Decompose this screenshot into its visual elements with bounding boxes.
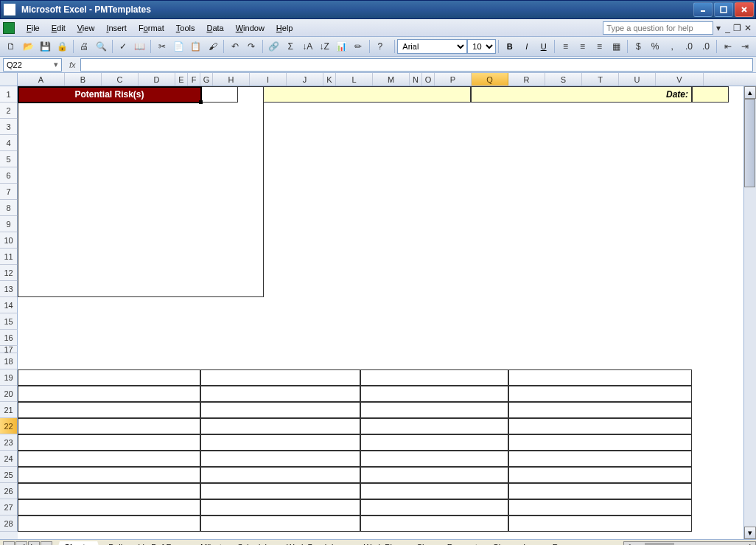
menu-file[interactable]: File	[21, 21, 46, 35]
table-cell[interactable]	[18, 402, 200, 418]
column-header-A[interactable]: A	[18, 73, 65, 86]
sheet-tab-milestone-schedule[interactable]: Milestone Schedule	[192, 541, 279, 545]
table-cell[interactable]	[18, 434, 200, 451]
save-button[interactable]: 💾	[38, 38, 53, 55]
help-button[interactable]: ?	[372, 38, 388, 55]
format-painter-button[interactable]: 🖌	[205, 38, 220, 55]
formula-input[interactable]	[80, 58, 753, 72]
preview-button[interactable]: 🔍	[94, 38, 109, 55]
column-header-M[interactable]: M	[373, 73, 410, 86]
align-left-button[interactable]: ≡	[558, 38, 573, 55]
row-header-8[interactable]: 8	[0, 200, 18, 216]
sheet-tab-change-log[interactable]: Change Log	[485, 541, 545, 545]
column-header-V[interactable]: V	[656, 73, 704, 86]
table-cell[interactable]	[360, 483, 508, 499]
scroll-up-button[interactable]: ▴	[744, 86, 756, 99]
menu-insert[interactable]: Insert	[100, 21, 133, 35]
menu-dropdown-icon[interactable]: ▾	[716, 23, 721, 33]
row-header-25[interactable]: 25	[0, 467, 18, 483]
table-cell[interactable]	[200, 451, 360, 467]
print-button[interactable]: 🖨	[77, 38, 92, 55]
row-header-28[interactable]: 28	[0, 516, 18, 532]
horizontal-scrollbar[interactable]: ◀ ▶	[623, 541, 756, 546]
select-all-corner[interactable]	[0, 73, 18, 86]
vertical-scrollbar[interactable]: ▴ ▾	[743, 86, 756, 539]
decrease-decimal-button[interactable]: .0	[699, 38, 714, 55]
sheet-tab-work-plan[interactable]: Work Plan	[356, 541, 410, 545]
scroll-down-button[interactable]: ▾	[744, 527, 756, 539]
column-header-P[interactable]: P	[435, 73, 472, 86]
cut-button[interactable]: ✂	[154, 38, 169, 55]
menu-tools[interactable]: Tools	[170, 21, 201, 35]
menu-help[interactable]: Help	[270, 21, 299, 35]
align-right-button[interactable]: ≡	[592, 38, 607, 55]
increase-decimal-button[interactable]: .0	[682, 38, 697, 55]
column-header-Q[interactable]: Q	[472, 73, 508, 86]
column-header-T[interactable]: T	[582, 73, 619, 86]
menu-view[interactable]: View	[71, 21, 101, 35]
sheet-prev-button[interactable]: ◀	[15, 541, 27, 546]
sheet-first-button[interactable]: ⏮	[3, 541, 15, 546]
table-cell[interactable]	[18, 483, 200, 499]
row-header-12[interactable]: 12	[0, 265, 18, 281]
undo-button[interactable]: ↶	[227, 38, 242, 55]
row-header-16[interactable]: 16	[0, 330, 18, 346]
row-header-23[interactable]: 23	[0, 434, 18, 451]
sort-asc-button[interactable]: ↓A	[300, 38, 315, 55]
cell-business-need-body[interactable]	[18, 86, 264, 297]
column-header-J[interactable]: J	[287, 73, 323, 86]
table-cell[interactable]	[200, 418, 360, 434]
cell-risks-header[interactable]: Potential Risk(s)	[18, 86, 201, 103]
table-cell[interactable]	[360, 451, 508, 467]
table-cell[interactable]	[200, 434, 360, 451]
sheet-tab-deliverable-def-form[interactable]: Deliverable Def Form	[100, 541, 193, 545]
menu-format[interactable]: Format	[133, 21, 170, 35]
sheet-tab-r[interactable]: R	[545, 541, 567, 545]
row-header-1[interactable]: 1	[0, 86, 18, 103]
column-header-G[interactable]: G	[200, 73, 213, 86]
doc-close-icon[interactable]: ✕	[744, 23, 752, 33]
table-cell[interactable]	[508, 434, 692, 451]
italic-button[interactable]: I	[519, 38, 534, 55]
row-header-5[interactable]: 5	[0, 151, 18, 167]
doc-restore-icon[interactable]: ❐	[733, 23, 741, 33]
row-header-2[interactable]: 2	[0, 103, 18, 119]
hyperlink-button[interactable]: 🔗	[266, 38, 281, 55]
row-header-3[interactable]: 3	[0, 119, 18, 135]
row-header-15[interactable]: 15	[0, 313, 18, 330]
table-cell[interactable]	[508, 369, 692, 386]
table-cell[interactable]	[18, 386, 200, 402]
font-name-select[interactable]: Arial	[397, 39, 467, 54]
table-cell[interactable]	[18, 516, 200, 532]
row-header-22[interactable]: 22	[0, 418, 18, 434]
hscroll-right-button[interactable]: ▶	[749, 542, 755, 545]
column-header-O[interactable]: O	[422, 73, 435, 86]
comma-button[interactable]: ,	[665, 38, 680, 55]
sheet-next-button[interactable]: ▶	[28, 541, 40, 546]
table-cell[interactable]	[508, 483, 692, 499]
row-header-6[interactable]: 6	[0, 167, 18, 184]
table-cell[interactable]	[18, 369, 200, 386]
table-cell[interactable]	[360, 369, 508, 386]
paste-button[interactable]: 📋	[188, 38, 203, 55]
chart-button[interactable]: 📊	[334, 38, 349, 55]
hscroll-thumb[interactable]	[645, 543, 674, 546]
row-header-26[interactable]: 26	[0, 483, 18, 499]
table-cell[interactable]	[360, 402, 508, 418]
maximize-button[interactable]	[714, 2, 733, 17]
cell-header-blank[interactable]	[692, 86, 729, 103]
sheet-tab-charter[interactable]: Charter	[56, 541, 101, 545]
row-header-4[interactable]: 4	[0, 135, 18, 151]
column-header-L[interactable]: L	[336, 73, 373, 86]
table-cell[interactable]	[508, 402, 692, 418]
table-cell[interactable]	[508, 418, 692, 434]
table-cell[interactable]	[360, 467, 508, 483]
column-header-F[interactable]: F	[188, 73, 200, 86]
sheet-tab-change-request[interactable]: Change Request	[408, 541, 486, 545]
table-cell[interactable]	[18, 467, 200, 483]
increase-indent-button[interactable]: ⇥	[737, 38, 752, 55]
column-header-E[interactable]: E	[175, 73, 188, 86]
table-cell[interactable]	[200, 516, 360, 532]
row-header-27[interactable]: 27	[0, 499, 18, 516]
column-header-K[interactable]: K	[323, 73, 336, 86]
